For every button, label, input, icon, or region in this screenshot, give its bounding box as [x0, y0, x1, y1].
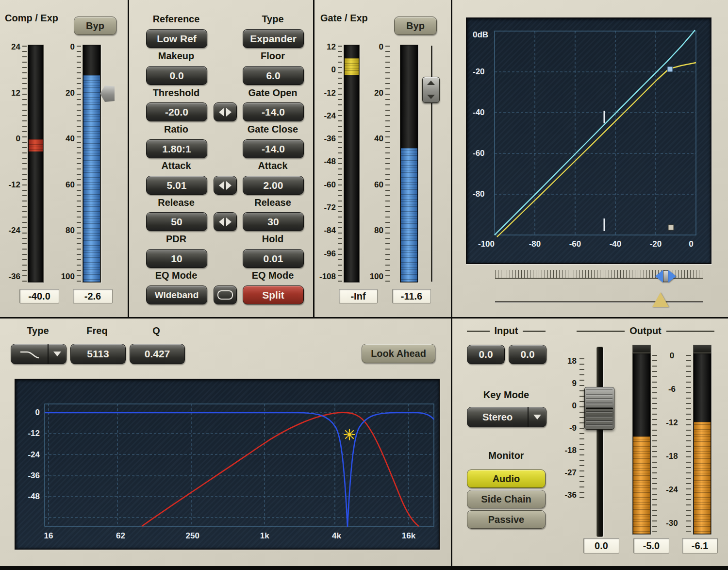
reference-value[interactable]: Low Ref — [146, 29, 207, 48]
threshold-slider-handle[interactable] — [655, 268, 676, 285]
floor-marker[interactable] — [668, 225, 674, 230]
gate-exp-title: Gate / Exp — [320, 13, 368, 24]
floor-value[interactable]: 6.0 — [243, 66, 304, 85]
split-view-button[interactable] — [214, 285, 237, 304]
comp-threshold-meter-fill — [83, 75, 100, 282]
eq-mode-gate-label: EQ Mode — [234, 270, 312, 281]
eq-mode-comp-label: EQ Mode — [138, 270, 215, 281]
eq-grid — [45, 404, 434, 526]
eq-mode-gate-value[interactable]: Split — [243, 285, 304, 304]
split-view-icon — [217, 290, 233, 300]
gate-level-readout: -Inf — [339, 289, 378, 303]
scale-label: -80 — [473, 189, 494, 199]
gate-attack-value[interactable]: 2.00 — [243, 176, 304, 195]
output-label: Output — [629, 325, 662, 336]
pdr-label: PDR — [138, 234, 215, 245]
gate-open-value[interactable]: -14.0 — [243, 102, 304, 121]
output-fader-scale: 1890-9-18-27-36 — [554, 356, 577, 500]
scale-label: -96 — [324, 249, 336, 259]
makeup-slider-track[interactable] — [495, 301, 703, 302]
comp-threshold-scale: 020406080100 — [54, 42, 75, 282]
hold-label: Hold — [234, 234, 312, 245]
scale-label: -84 — [324, 226, 336, 235]
ratio-label: Ratio — [138, 124, 215, 135]
ratio-value[interactable]: 1.80:1 — [146, 139, 207, 158]
scale-label: -72 — [324, 203, 336, 213]
output-meter-right-clip[interactable] — [693, 345, 711, 353]
gate-meter-scale: 120-12-24-36-48-60-72-84-96-108 — [314, 42, 336, 282]
eq-graph: 0-12-24-36-48 16622501k4k16k — [15, 379, 440, 550]
scale-label: -12 — [28, 429, 40, 438]
eq-type-label: Type — [14, 325, 62, 336]
knee-marker[interactable] — [667, 67, 673, 72]
x-tick: -80 — [520, 239, 549, 249]
comp-gr-meter — [28, 45, 44, 283]
scale-label: -12 — [8, 180, 20, 190]
look-ahead-button[interactable]: Look Ahead — [362, 344, 435, 363]
eq-freq-value[interactable]: 5113 — [70, 344, 126, 364]
eq-type-dropdown[interactable] — [11, 344, 66, 364]
type-value[interactable]: Expander — [243, 29, 304, 48]
comp-threshold-tick-ruler — [77, 46, 81, 282]
monitor-side-chain-button[interactable]: Side Chain — [467, 490, 546, 508]
attack-value[interactable]: 5.01 — [146, 176, 207, 195]
gate-threshold-handle[interactable] — [422, 77, 440, 103]
threshold-link-button[interactable] — [214, 102, 237, 121]
transfer-y-scale: -20-40-60-80 — [473, 67, 494, 199]
release-label: Release — [138, 197, 215, 208]
scale-label: 80 — [66, 226, 75, 235]
sidechain-eq-panel: Type Freq Q 5113 0.427 Look Ahead — [0, 319, 451, 566]
chevron-down-icon[interactable] — [48, 344, 66, 364]
attack-link-button[interactable] — [214, 176, 237, 195]
scale-label: -40 — [473, 108, 494, 117]
scale-label: -12 — [666, 418, 678, 428]
comp-gr-meter-fill — [29, 139, 43, 151]
scale-label: -27 — [564, 468, 577, 478]
output-fader-knob[interactable] — [584, 387, 614, 430]
scale-label: 9 — [572, 379, 577, 388]
gate-bypass-button[interactable]: Byp — [394, 17, 437, 35]
eq-mode-comp-value[interactable]: Wideband — [146, 285, 207, 304]
release-link-button[interactable] — [214, 212, 237, 231]
gate-release-value[interactable]: 30 — [243, 212, 304, 231]
key-mode-value: Stereo — [467, 412, 528, 423]
output-meter-left-fill — [633, 436, 650, 534]
hold-value[interactable]: 0.01 — [243, 249, 304, 268]
output-meter-left-clip[interactable] — [632, 345, 651, 353]
scale-label: 20 — [66, 88, 75, 98]
arrow-right-icon — [668, 270, 676, 283]
monitor-audio-button[interactable]: Audio — [467, 469, 546, 488]
eq-freq-label: Freq — [73, 325, 121, 336]
gate-level-meter-fill — [345, 58, 359, 75]
gate-close-value[interactable]: -14.0 — [243, 139, 304, 158]
arrow-left-icon — [655, 270, 663, 283]
transfer-graph-svg — [467, 18, 709, 261]
output-right-readout: -6.1 — [682, 538, 718, 553]
x-tick: 0 — [677, 239, 706, 249]
release-value[interactable]: 50 — [146, 212, 207, 231]
output-header: Output — [577, 325, 714, 336]
output-meter-right-fill — [694, 422, 711, 534]
makeup-value[interactable]: 0.0 — [146, 66, 207, 85]
comp-bypass-button[interactable]: Byp — [74, 17, 116, 35]
threshold-value[interactable]: -20.0 — [146, 102, 207, 121]
output-fader-tick-ruler — [579, 358, 584, 500]
eq-node-icon[interactable] — [344, 429, 355, 440]
monitor-passive-button[interactable]: Passive — [467, 510, 546, 529]
gate-close-label: Gate Close — [234, 124, 312, 135]
chevron-down-icon[interactable] — [528, 407, 546, 427]
output-fader-track[interactable] — [596, 347, 603, 537]
eq-notch-curve — [45, 413, 434, 527]
comp-exp-title: Comp / Exp — [5, 13, 58, 24]
eq-band-curve — [142, 413, 419, 526]
key-mode-dropdown[interactable]: Stereo — [467, 407, 546, 427]
input-left-value[interactable]: 0.0 — [467, 345, 505, 364]
makeup-slider-handle[interactable] — [652, 292, 669, 307]
input-right-value[interactable]: 0.0 — [509, 345, 546, 364]
comp-threshold-handle[interactable] — [100, 85, 115, 102]
pdr-value[interactable]: 10 — [146, 249, 207, 268]
comp-threshold-meter — [83, 45, 101, 283]
reference-label: Reference — [138, 14, 215, 25]
eq-q-value[interactable]: 0.427 — [130, 344, 185, 364]
graph-zero-label: 0dB — [473, 30, 488, 40]
